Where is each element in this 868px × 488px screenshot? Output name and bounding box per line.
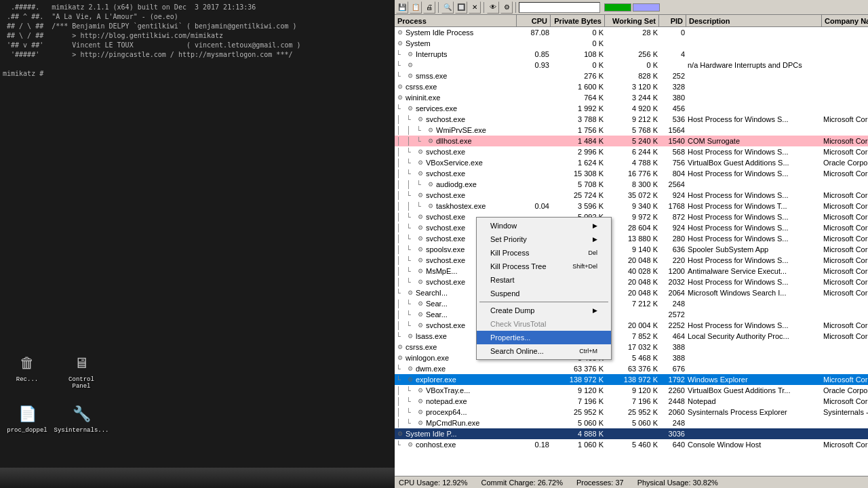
context-menu-item-set-priority[interactable]: Set Priority▶ (477, 232, 611, 246)
process-description (686, 342, 822, 352)
table-row[interactable]: │└⚙svchost.exe5 092 K9 972 K872Host Proc… (395, 211, 868, 222)
process-icon: ⚙ (416, 159, 425, 167)
table-row[interactable]: ││└⚙WmiPrvSE.exe1 756 K5 768 K1564 (395, 125, 868, 136)
print-button[interactable]: 🖨 (423, 1, 435, 14)
process-name: svchost.exe (426, 115, 465, 123)
context-menu-item-search-online[interactable]: Search Online...Ctrl+M (477, 344, 611, 358)
table-row[interactable]: │└⚙VBoxTray.e...9 120 K9 120 K2260Virtua… (395, 385, 868, 396)
table-row[interactable]: ⚙wininit.exe764 K3 244 K380 (395, 92, 868, 103)
table-row[interactable]: └⚙conhost.exe0.181 060 K5 460 K640Consol… (395, 439, 868, 450)
table-row[interactable]: │└⚙VBoxService.exe1 624 K4 788 K756Virtu… (395, 157, 868, 168)
process-working-set: 9 340 K (605, 201, 659, 211)
process-pid: 2572 (659, 309, 686, 320)
table-row[interactable]: │└⚙svchost.exe2 996 K6 244 K568Host Proc… (395, 146, 868, 157)
col-header-desc[interactable]: Description (686, 15, 822, 26)
process-icon: ⚙ (396, 94, 404, 102)
table-row[interactable]: ││└⚙dllhost.exe1 484 K5 240 K1540COM Sur… (395, 136, 868, 146)
process-company: Microsoft Corporation (822, 233, 868, 244)
close-button[interactable]: ✕ (469, 1, 481, 14)
table-row[interactable]: ⚙System Idle P...4 888 K3036 (395, 428, 868, 439)
col-header-private[interactable]: Private Bytes (551, 15, 605, 26)
process-description (686, 103, 822, 114)
table-row[interactable]: │└⚙svchost.exe7 188 K13 880 K280Host Pro… (395, 233, 868, 244)
table-row[interactable]: │└⚙svchost.exe0.5421 948 K28 604 K924Hos… (395, 222, 868, 233)
context-menu-item-suspend[interactable]: Suspend (477, 287, 611, 300)
process-list[interactable]: ⚙System Idle Process87.080 K28 K0⚙System… (395, 27, 868, 476)
search-input[interactable] (519, 2, 600, 13)
table-row[interactable]: │└⚙svchost.exe15 308 K16 776 K804Host Pr… (395, 168, 868, 179)
table-row[interactable]: └⚙services.exe1 992 K4 920 K456 (395, 103, 868, 114)
table-row[interactable]: ⚙csrss.exe17 032 K17 032 K388 (395, 342, 868, 352)
process-company: Microsoft Corporation (822, 320, 868, 331)
table-row[interactable]: ⚙System0 K (395, 38, 868, 49)
context-menu-item-create-dump[interactable]: Create Dump▶ (477, 304, 611, 317)
table-row[interactable]: │└⚙MpCmdRun.exe5 060 K5 060 K248 (395, 418, 868, 428)
process-description: Host Process for Windows S... (686, 168, 822, 179)
process-private-bytes: 2 996 K (551, 146, 605, 157)
table-row[interactable]: ││└⚙taskhostex.exe0.043 596 K9 340 K1768… (395, 201, 868, 211)
table-row[interactable]: │└⚙Sear...5 228 K2572 (395, 309, 868, 320)
sysinternals-icon[interactable]: 🔧 Sysinternals... (61, 403, 102, 434)
settings-button[interactable]: ⚙ (500, 1, 513, 14)
table-row[interactable]: └⚙lsass.exe7 852 K7 852 K464Local Securi… (395, 331, 868, 342)
process-description: Notepad (686, 396, 822, 407)
context-menu-item-restart[interactable]: Restart (477, 273, 611, 287)
context-menu-item-properties[interactable]: Properties... (477, 331, 611, 344)
context-menu-item-window[interactable]: Window▶ (477, 219, 611, 232)
process-working-set: 3 120 K (605, 81, 659, 92)
table-row[interactable]: ⚙winlogon.exe5 468 K5 468 K388 (395, 352, 868, 363)
process-cpu (517, 396, 551, 407)
process-name-cell: ││└⚙audiodg.exe (395, 179, 517, 190)
process-pid: 388 (659, 342, 686, 352)
cpu-graph (604, 3, 660, 12)
table-row[interactable]: ⚙System Idle Process87.080 K28 K0 (395, 27, 868, 38)
find-button[interactable]: 🔍 (441, 1, 454, 14)
table-row[interactable]: └⚙dwm.exe63 376 K63 376 K676 (395, 363, 868, 374)
process-icon: ⚙ (416, 256, 425, 264)
table-row[interactable]: │└⚙svchost.exe3 788 K9 212 K536Host Proc… (395, 114, 868, 125)
view-button[interactable]: 🔲 (455, 1, 467, 14)
copy-button[interactable]: 📋 (410, 1, 422, 14)
table-row[interactable]: │└⚙svchost.exe20 004 K20 004 K2252Host P… (395, 320, 868, 331)
control-panel-icon[interactable]: 🖥 Control Panel (61, 352, 102, 390)
process-pid: 456 (659, 103, 686, 114)
table-row[interactable]: ⚙csrss.exe1 600 K3 120 K328 (395, 81, 868, 92)
process-description (686, 49, 822, 60)
process-company (822, 125, 868, 136)
table-row[interactable]: └⚙SearchI...17 464 K20 048 K2064Microsof… (395, 287, 868, 298)
process-company (822, 49, 868, 60)
process-working-set: 7 212 K (605, 298, 659, 309)
process-icon: ⚙ (406, 375, 414, 384)
process-name: smss.exe (416, 72, 447, 80)
target-button[interactable]: 👁 (487, 1, 499, 14)
table-row[interactable]: └⚙Interrupts0.85108 K256 K4 (395, 49, 868, 60)
table-row[interactable]: │└⚙Sear...7 712 K7 212 K248 (395, 298, 868, 309)
process-company: Microsoft Corporation (822, 201, 868, 211)
table-row[interactable]: │└⚙svchost.exe16 288 K20 048 K220Host Pr… (395, 255, 868, 266)
table-row[interactable]: │└⚙notepad.exe7 196 K7 196 K2448NotepadM… (395, 396, 868, 407)
recycle-bin-icon[interactable]: 🗑 Rec... (7, 352, 47, 390)
table-row[interactable]: └⚙explorer.exe138 972 K138 972 K1792Wind… (395, 374, 868, 385)
table-row[interactable]: └⚙0.930 K0 Kn/a Hardware Interrupts and … (395, 60, 868, 70)
col-header-cpu[interactable]: CPU (517, 15, 551, 26)
process-company: Sysinternals - www.sysinter... (822, 407, 868, 418)
col-header-company[interactable]: Company Name (822, 15, 868, 26)
table-row[interactable]: │└⚙spoolsv.exe3 132 K9 140 K636Spooler S… (395, 244, 868, 255)
table-row[interactable]: │└⚙svchost.exe5 328 K20 048 K2032Host Pr… (395, 277, 868, 287)
col-header-working[interactable]: Working Set (605, 15, 659, 26)
table-row[interactable]: └⚙smss.exe276 K828 K252 (395, 70, 868, 81)
column-headers: Process CPU Private Bytes Working Set PI… (395, 15, 868, 27)
table-row[interactable]: │└⚙procexp64...25 952 K25 952 K2060Sysin… (395, 407, 868, 418)
table-row[interactable]: │└⚙svchost.exe25 724 K35 072 K924Host Pr… (395, 190, 868, 201)
proc-doppel-icon[interactable]: 📄 proc_doppel (7, 403, 47, 434)
context-menu-item-kill-process[interactable]: Kill ProcessDel (477, 246, 611, 260)
context-menu-item-kill-process-tree[interactable]: Kill Process TreeShift+Del (477, 260, 611, 273)
save-button[interactable]: 💾 (396, 1, 408, 14)
process-icon: ⚙ (416, 224, 425, 232)
table-row[interactable]: ││└⚙audiodg.exe5 708 K8 300 K2564 (395, 179, 868, 190)
process-private-bytes: 0 K (551, 38, 605, 49)
col-header-process[interactable]: Process (395, 15, 517, 26)
col-header-pid[interactable]: PID (659, 15, 686, 26)
table-row[interactable]: │└⚙MsMpE...49 468 K40 028 K1200Antimalwa… (395, 266, 868, 277)
process-description: Host Process for Windows S... (686, 255, 822, 266)
